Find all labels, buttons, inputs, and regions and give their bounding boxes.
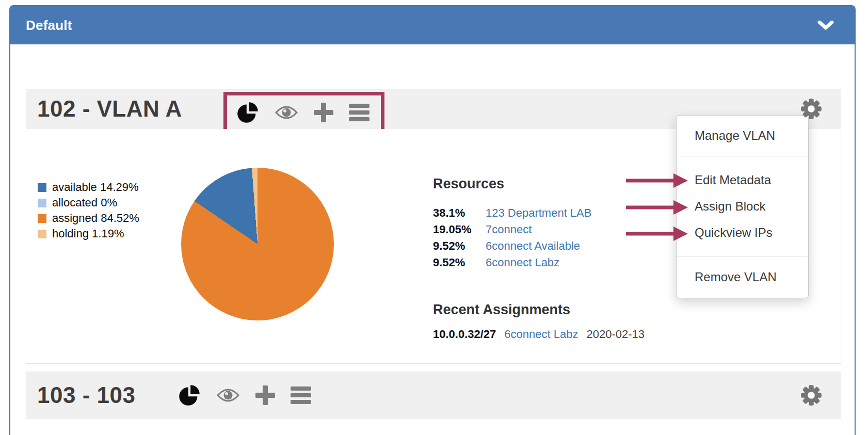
menu-group: Edit MetadataAssign BlockQuickview IPs [677,156,808,256]
resource-percent: 38.1% [433,206,486,220]
menu-item-manage-vlan[interactable]: Manage VLAN [677,116,808,156]
assignment-link[interactable]: 6connect Labz [504,328,578,341]
recent-assignment-row: 10.0.0.32/276connect Labz2020-02-13 [433,327,645,342]
pie-chart-icon[interactable] [178,384,201,407]
resource-link[interactable]: 123 Department LAB [486,206,591,220]
menu-item-edit-metadata[interactable]: Edit Metadata [677,167,808,193]
legend-item-assigned: assigned 84.52% [38,211,139,226]
legend-label: holding 1.19% [52,227,124,240]
legend-label: allocated 0% [52,196,117,210]
legend-item-available: available 14.29% [38,180,139,195]
resources-heading: Resources [433,174,504,193]
menu-icon[interactable] [349,104,369,121]
gear-icon[interactable] [799,97,823,121]
legend-swatch [38,230,46,238]
menu-icon[interactable] [291,386,311,404]
menu-item-assign-block[interactable]: Assign Block [677,193,808,219]
resources-list: 38.1%123 Department LAB19.05%7connect9.5… [433,205,591,271]
menu-group: Manage VLAN [677,116,808,156]
panel-title: Default [26,18,72,34]
resource-row: 9.52%6connect Labz [433,254,591,271]
resource-link[interactable]: 7connect [486,223,532,236]
plus-icon[interactable] [255,385,275,405]
annotation-arrow-edit-metadata [626,173,688,188]
menu-item-remove-vlan[interactable]: Remove VLAN [677,256,808,298]
resource-percent: 9.52% [433,239,486,253]
resource-link[interactable]: 6connect Labz [486,256,559,269]
eye-icon[interactable] [216,388,240,403]
recent-assignments-heading: Recent Assignments [433,300,570,319]
menu-group: Remove VLAN [677,256,808,298]
vlan-102-title: 102 - VLAN A [26,96,182,122]
legend-swatch [38,199,46,207]
resource-percent: 9.52% [433,256,486,269]
annotation-arrow-quickview-ips [626,226,688,241]
gear-dropdown-menu: Manage VLANEdit MetadataAssign BlockQuic… [676,115,809,298]
resource-percent: 19.05% [433,223,486,236]
utilization-pie-chart [181,168,334,320]
assignment-date: 2020-02-13 [586,328,645,341]
annotation-highlight-box [223,92,384,133]
recent-assignments-list: 10.0.0.32/276connect Labz2020-02-13 [433,327,645,342]
legend-item-holding: holding 1.19% [38,226,139,241]
annotation-arrow-assign-block [626,200,688,215]
vlan-103-title: 103 - 103 [26,382,135,408]
legend-label: available 14.29% [52,181,139,194]
panel-header-default[interactable]: Default [10,6,855,44]
resource-row: 19.05%7connect [433,221,591,238]
assignment-block: 10.0.0.32/27 [433,328,496,341]
chevron-down-icon[interactable] [817,21,834,30]
pie-chart-icon[interactable] [236,101,259,124]
resource-row: 38.1%123 Department LAB [433,205,591,221]
plus-icon[interactable] [314,103,333,122]
vlan-103-header-row: 103 - 103 [26,372,841,419]
legend-swatch [38,214,46,223]
pie-legend: available 14.29%allocated 0%assigned 84.… [38,180,139,241]
menu-item-quickview-ips[interactable]: Quickview IPs [677,219,808,246]
resource-link[interactable]: 6connect Available [486,239,580,253]
resource-row: 9.52%6connect Available [433,238,591,254]
legend-item-allocated: allocated 0% [38,195,139,211]
eye-icon[interactable] [275,105,298,120]
legend-label: assigned 84.52% [52,212,139,225]
gear-icon[interactable] [799,383,823,407]
legend-swatch [38,183,46,192]
